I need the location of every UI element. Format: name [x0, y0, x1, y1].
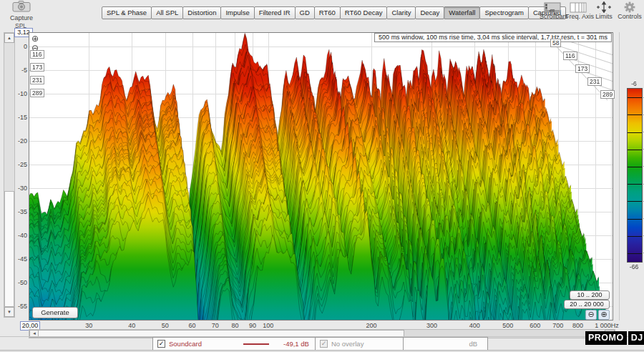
tool-controls[interactable]: Controls	[617, 1, 643, 20]
overlay-checkbox[interactable]: ✓	[320, 340, 328, 348]
generate-button[interactable]: Generate	[32, 307, 78, 318]
x-tick-label: 80	[231, 322, 238, 329]
x-tick-label: 700	[552, 322, 563, 329]
x-tick-label: 300	[426, 322, 437, 329]
plot-zoom-buttons: ⊖ ⊕	[585, 310, 610, 320]
freq-zoom-out-icon[interactable]: ⊖	[585, 310, 597, 320]
tab-decay[interactable]: Decay	[415, 6, 444, 19]
watermark-promo: PROMO	[585, 331, 627, 345]
range-20-20000-button[interactable]: 20 .. 20 000	[564, 300, 610, 309]
tool-label-scrollbars: Scrollbars	[540, 13, 565, 20]
time-label-right: 289	[600, 90, 615, 99]
tab-filtered-ir[interactable]: Filtered IR	[254, 6, 296, 19]
tab-gd[interactable]: GD	[295, 6, 315, 19]
measurement-info-box: 500 ms window, 100 ms rise time, 3,04 ms…	[374, 33, 612, 42]
time-label-right: 58	[550, 39, 561, 47]
colorbar	[627, 88, 643, 263]
time-label-left: 116	[30, 50, 44, 59]
colorbar-divider	[628, 253, 642, 254]
tab-spl-phase[interactable]: SPL & Phase	[102, 6, 152, 19]
y-tick-label: -5	[6, 67, 27, 74]
tool-label-freq-axis: Freq. Axis	[565, 13, 591, 20]
time-label-left: 289	[30, 89, 44, 97]
y-tick-label: -15	[6, 114, 27, 121]
series-line-sample	[243, 343, 269, 345]
time-label-right: 173	[575, 64, 590, 73]
y-tick-label: -10	[6, 90, 27, 97]
tab-clarity[interactable]: Clarity	[386, 6, 416, 19]
toolbar-right-group: ScrollbarsFreq. AxisLimitsControls	[540, 1, 643, 20]
legend-db-cell: dB	[403, 337, 488, 351]
x-tick-label: 60	[189, 322, 196, 329]
freq-axis-icon	[565, 1, 591, 13]
rew-window: Capture SPL & PhaseAll SPLDistortionImpu…	[0, 0, 644, 352]
colorbar-divider	[628, 150, 642, 150]
time-label-left: 173	[30, 63, 44, 72]
colorbar-divider	[628, 201, 642, 202]
time-label-right: 231	[587, 77, 602, 86]
tool-label-limits: Limits	[591, 13, 617, 20]
waterfall-canvas[interactable]	[29, 33, 613, 320]
y-tick-label: -20	[6, 137, 27, 145]
x-tick-label: 200	[366, 322, 377, 329]
series-value: -49,1 dB	[283, 340, 309, 348]
capture-button[interactable]: Capture	[9, 1, 34, 21]
y-tick-label: -25	[6, 161, 27, 168]
colorbar-divider	[628, 132, 642, 133]
colorbar-divider	[628, 97, 642, 98]
tab-spectrogram[interactable]: Spectrogram	[479, 6, 528, 19]
waterfall-plot-area[interactable]: 500 ms window, 100 ms rise time, 3,04 ms…	[29, 32, 613, 321]
camera-icon	[12, 6, 31, 14]
x-tick-label: 400	[469, 322, 480, 329]
y-tick-label: 0	[6, 43, 27, 50]
time-label-left: 231	[30, 76, 44, 84]
x-tick-label: 70	[212, 322, 219, 329]
tab-rt60[interactable]: RT60	[314, 6, 341, 19]
legend-overlay-cell: ✓ No overlay	[315, 337, 404, 351]
tool-scrollbars[interactable]: Scrollbars	[540, 1, 565, 20]
scroll-up-button[interactable]: ▲	[4, 33, 14, 43]
controls-icon	[617, 1, 643, 13]
x-tick-label: 800	[572, 322, 583, 329]
tab-impulse[interactable]: Impulse	[220, 6, 254, 19]
time-label-right: 116	[563, 52, 577, 60]
tab-waterfall[interactable]: Waterfall	[444, 6, 480, 19]
series-checkbox[interactable]: ✓	[157, 340, 165, 348]
tool-limits[interactable]: Limits	[591, 1, 617, 20]
capture-label: Capture	[9, 14, 34, 21]
tab-rt60-decay[interactable]: RT60 Decay	[340, 6, 388, 19]
x-tick-label: 600	[530, 322, 540, 329]
tool-label-controls: Controls	[617, 13, 643, 20]
overlay-label: No overlay	[331, 340, 364, 348]
series-name[interactable]: Soundcard	[169, 340, 202, 348]
overlay-unit: dB	[469, 340, 477, 348]
colorbar-top-label: -6	[624, 80, 644, 87]
x-tick-label: 30	[85, 322, 92, 329]
x-tick-label: 90	[249, 322, 256, 329]
y-tick-label: -50	[6, 279, 27, 286]
limits-icon	[591, 1, 617, 13]
y-tick-label: -45	[6, 255, 27, 263]
y-tick-label: -30	[6, 185, 27, 192]
y-tick-label: -55	[6, 303, 27, 310]
x-tick-label: 50	[162, 322, 169, 329]
range-10-200-button[interactable]: 10 .. 200	[570, 290, 610, 300]
zoom-in-icon[interactable]: ⊕	[31, 34, 39, 43]
y-tick-label: -40	[6, 232, 27, 239]
tool-freq-axis[interactable]: Freq. Axis	[565, 1, 591, 20]
colorbar-divider	[628, 167, 642, 167]
tab-all-spl[interactable]: All SPL	[151, 6, 183, 19]
colorbar-divider	[628, 219, 642, 220]
y-tick-label: -35	[6, 208, 27, 215]
scrollbars-icon	[540, 1, 565, 13]
colorbar-divider	[628, 236, 642, 237]
vertical-scrollbar[interactable]: ▲ ▼	[4, 32, 15, 318]
x-tick-label: 1 000Hz	[595, 322, 619, 329]
colorbar-divider	[628, 114, 642, 115]
colorbar-divider	[628, 184, 642, 185]
x-tick-label: 500	[502, 322, 513, 329]
panel-edge-divider	[619, 32, 620, 321]
tab-distortion[interactable]: Distortion	[182, 6, 221, 19]
graph-tab-bar: SPL & PhaseAll SPLDistortionImpulseFilte…	[102, 6, 566, 19]
freq-zoom-in-icon[interactable]: ⊕	[598, 310, 610, 320]
